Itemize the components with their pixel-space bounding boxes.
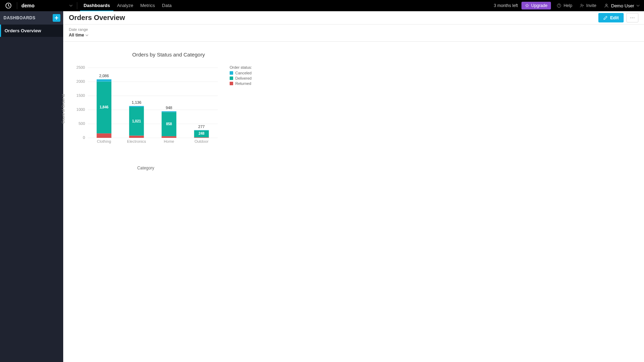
topbar: demo Dashboards Analyze Metrics Data 3 m… (0, 0, 644, 11)
chevron-down-icon (636, 4, 640, 7)
sidebar-item-orders-overview[interactable]: Orders Overview (0, 25, 63, 37)
svg-text:1000: 1000 (77, 107, 85, 112)
bar-segment[interactable] (129, 136, 144, 138)
bar-segment[interactable] (194, 137, 209, 138)
logo-icon (5, 2, 12, 9)
nav-tab-label: Data (162, 3, 171, 8)
app-logo[interactable] (0, 0, 17, 11)
svg-point-2 (559, 6, 559, 7)
ellipsis-icon (630, 17, 635, 19)
legend-item[interactable]: Delivered (230, 76, 252, 80)
legend-swatch (230, 71, 233, 75)
bar-total-label: 2,086 (99, 74, 109, 78)
bar-segment[interactable] (129, 106, 144, 107)
chart-title: Orders by Status and Category (14, 52, 323, 58)
svg-point-3 (580, 4, 582, 6)
nav-tab-label: Dashboards (84, 3, 110, 8)
chevron-down-icon (69, 4, 73, 7)
nav-tab-label: Analyze (117, 3, 133, 8)
sidebar-section-header: DASHBOARDS (0, 11, 63, 25)
bar-segment-label: 1,021 (132, 119, 141, 123)
bar-category-label: Clothing (97, 139, 111, 143)
user-icon (604, 3, 609, 8)
legend-label: Canceled (235, 71, 251, 75)
nav-tab-analyze[interactable]: Analyze (113, 0, 137, 11)
sidebar: DASHBOARDS Orders Overview (0, 11, 63, 362)
bar-segment-label: 248 (198, 132, 204, 135)
upgrade-label: Upgrade (531, 3, 547, 8)
help-icon (557, 3, 561, 8)
chart-widget-orders-by-status[interactable]: Orders by Status and Category Count of O… (70, 52, 323, 154)
edit-label: Edit (610, 15, 619, 20)
bar-total-label: 277 (198, 125, 205, 129)
chart-svg: 050010001500200025001,8462,086Clothing1,… (70, 63, 221, 154)
edit-button[interactable]: Edit (598, 13, 624, 22)
filter-label: Date range (69, 27, 638, 32)
bar-category-label: Home (164, 139, 174, 143)
svg-text:2500: 2500 (77, 65, 85, 69)
date-range-selector[interactable]: All time (69, 33, 88, 38)
svg-text:500: 500 (79, 121, 85, 126)
upgrade-button[interactable]: Upgrade (521, 2, 551, 9)
workspace-switcher[interactable]: demo (17, 0, 77, 11)
invite-icon (579, 3, 584, 8)
bar-segment[interactable] (162, 111, 176, 112)
svg-point-6 (632, 17, 633, 18)
nav-tab-label: Metrics (140, 3, 155, 8)
trial-status: 3 months left (490, 3, 521, 8)
help-label: Help (564, 3, 572, 8)
help-link[interactable]: Help (553, 3, 576, 8)
bar-total-label: 948 (166, 106, 172, 110)
legend-item[interactable]: Returned (230, 81, 252, 86)
svg-text:1500: 1500 (77, 93, 85, 98)
bar-segment-label: 1,846 (100, 105, 109, 109)
more-menu-button[interactable] (626, 13, 638, 22)
workspace-name: demo (21, 3, 34, 8)
pencil-icon (603, 15, 608, 20)
sidebar-section-title: DASHBOARDS (4, 15, 35, 20)
invite-link[interactable]: Invite (576, 3, 600, 8)
legend-item[interactable]: Canceled (230, 71, 252, 75)
bar-category-label: Electronics (127, 139, 146, 143)
bar-segment[interactable] (97, 133, 111, 138)
add-dashboard-button[interactable] (53, 14, 60, 22)
user-name: Demo User (611, 3, 634, 8)
page-header: Orders Overview Edit (63, 11, 644, 25)
nav-tab-dashboards[interactable]: Dashboards (80, 0, 113, 11)
bar-total-label: 1,136 (132, 100, 142, 105)
svg-point-7 (634, 17, 635, 18)
bar-category-label: Outdoor (195, 139, 209, 143)
svg-text:0: 0 (83, 135, 85, 140)
star-icon (525, 4, 529, 8)
main: Orders Overview Edit Date range All time… (63, 11, 644, 362)
legend-title: Order status: (230, 65, 252, 69)
chart-xlabel: Category (70, 166, 221, 170)
bar-segment[interactable] (162, 136, 176, 138)
sidebar-item-label: Orders Overview (5, 28, 41, 33)
bar-segment[interactable] (97, 79, 111, 81)
legend-swatch (230, 76, 233, 80)
chart-ylabel: Count of Order id (61, 94, 65, 123)
chevron-down-icon (85, 34, 88, 37)
nav-tabs: Dashboards Analyze Metrics Data (80, 0, 175, 11)
nav-tab-metrics[interactable]: Metrics (137, 0, 158, 11)
bar-segment[interactable] (194, 130, 209, 130)
page-title: Orders Overview (69, 14, 125, 22)
chart-legend: Order status: CanceledDeliveredReturned (230, 63, 252, 87)
legend-label: Returned (235, 81, 251, 86)
plus-icon (54, 16, 59, 20)
svg-point-4 (606, 4, 607, 6)
filter-value-text: All time (69, 33, 84, 38)
user-menu[interactable]: Demo User (600, 3, 644, 8)
legend-swatch (230, 82, 233, 85)
legend-label: Delivered (235, 76, 251, 80)
dashboard-canvas: Orders by Status and Category Count of O… (63, 42, 644, 362)
nav-tab-data[interactable]: Data (158, 0, 175, 11)
divider (77, 2, 77, 9)
invite-label: Invite (586, 3, 597, 8)
svg-text:2000: 2000 (77, 79, 85, 83)
chart-plot: Count of Order id 050010001500200025001,… (70, 63, 221, 154)
svg-point-5 (630, 17, 631, 18)
bar-segment-label: 858 (166, 122, 172, 126)
filter-bar: Date range All time (63, 25, 644, 42)
